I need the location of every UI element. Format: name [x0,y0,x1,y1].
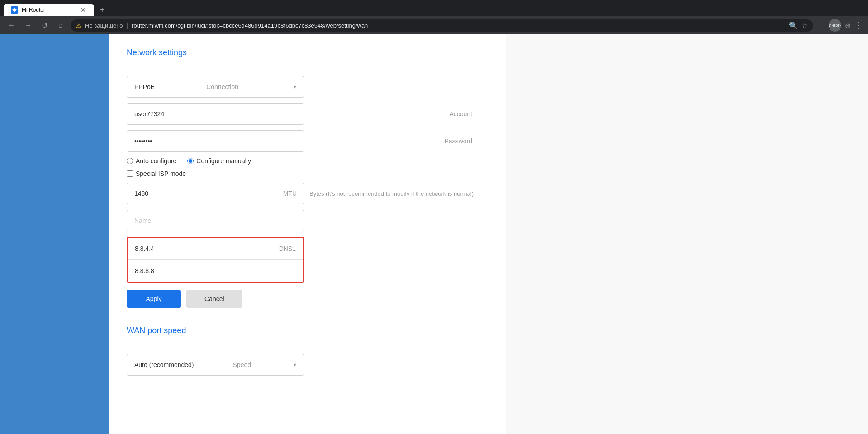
auto-configure-label: Auto configure [136,157,176,165]
mtu-input[interactable] [127,183,304,204]
address-bar[interactable]: ⚠ Не защищено | router.miwifi.com/cgi-bi… [71,19,813,32]
profile-button[interactable]: Инкогнито [829,19,841,32]
configure-manually-label: Configure manually [196,157,251,165]
home-button[interactable]: ⌂ [54,19,67,32]
connection-label: Connection [206,83,238,90]
tab-close-button[interactable]: ✕ [80,6,87,14]
apply-button[interactable]: Apply [127,290,181,308]
new-tab-button[interactable]: + [96,4,109,16]
forward-button[interactable]: → [22,19,34,32]
back-button[interactable]: ← [5,19,18,32]
account-label: Account [449,110,472,118]
right-panel [506,34,868,434]
connection-arrow-icon: ▾ [294,84,296,90]
dns1-input[interactable] [128,238,303,259]
auto-configure-radio[interactable] [127,158,133,164]
nav-bar: ← → ↺ ⌂ ⚠ Не защищено | router.miwifi.co… [0,16,868,34]
special-isp-mode-option[interactable]: Special ISP mode [127,170,479,177]
tab-title: Mi Router [22,7,76,13]
dns2-field [128,260,303,282]
more-options-icon[interactable]: ⋮ [817,20,825,30]
mtu-field: MTU [127,183,304,204]
connection-type-field: PPPoE Connection ▾ [127,76,479,98]
connection-dropdown[interactable]: PPPoE Connection ▾ [127,76,304,98]
reload-button[interactable]: ↺ [38,19,51,32]
network-settings-section: Network settings PPPoE Connection ▾ Acco… [127,48,479,308]
speed-dropdown[interactable]: Auto (recommended) Speed ▾ [127,354,304,376]
bookmark-icon[interactable]: ☆ [802,21,808,30]
page-wrapper: Network settings PPPoE Connection ▾ Acco… [0,34,868,434]
special-isp-label: Special ISP mode [136,170,186,177]
main-content: Network settings PPPoE Connection ▾ Acco… [109,34,506,434]
tab-favicon [11,6,18,14]
speed-value: Auto (recommended) [134,361,194,368]
browser-chrome: Mi Router ✕ + ← → ↺ ⌂ ⚠ Не защищено | ro… [0,0,868,34]
profile-label: Инкогнито [829,23,841,28]
password-label: Password [445,137,472,145]
action-buttons: Apply Cancel [127,290,479,308]
auto-configure-option[interactable]: Auto configure [127,157,176,165]
speed-arrow-icon: ▾ [294,362,296,368]
speed-label: Speed [233,361,251,368]
name-field-wrapper [127,210,479,237]
special-isp-checkbox[interactable] [127,170,133,177]
menu-icon[interactable]: ⋮ [854,20,863,30]
dns2-input[interactable] [128,260,303,282]
section-divider [127,65,479,65]
search-icon[interactable]: 🔍 [789,21,798,30]
wan-port-speed-title: WAN port speed [127,326,488,335]
speed-field: Auto (recommended) Speed ▾ [127,354,488,376]
dns-box: DNS1 [127,237,304,283]
mtu-row: MTU Bytes (It's not recommended to modif… [127,183,479,204]
mtu-hint: Bytes (It's not recommended to modify if… [309,190,474,197]
dns-config-radio-group: Auto configure Configure manually [127,157,479,165]
dns1-field: DNS1 [128,238,303,260]
security-warning-icon: ⚠ [76,22,81,29]
address-url: router.miwifi.com/cgi-bin/luci/;stok=cbc… [132,22,785,29]
sidebar [0,34,109,434]
name-input[interactable] [127,210,304,231]
wan-section-divider [127,343,488,343]
address-bar-right: 🔍 ☆ [789,21,808,30]
security-warning-text: Не защищено [85,22,123,29]
active-tab[interactable]: Mi Router ✕ [4,4,94,16]
account-input[interactable] [127,103,304,125]
account-field: Account [127,103,479,125]
tab-bar: Mi Router ✕ + [0,0,868,16]
browser-nav-right: ⋮ Инкогнито ⊕ ⋮ [817,19,863,32]
password-input[interactable] [127,130,304,152]
network-settings-title: Network settings [127,48,479,57]
configure-manually-option[interactable]: Configure manually [187,157,251,165]
cancel-button[interactable]: Cancel [186,290,242,308]
connection-value: PPPoE [134,83,155,90]
password-field: Password [127,130,479,152]
wan-port-speed-section: WAN port speed Auto (recommended) Speed … [127,326,488,376]
configure-manually-radio[interactable] [187,158,194,164]
extension-icon[interactable]: ⊕ [845,21,851,30]
address-separator: | [127,22,128,29]
